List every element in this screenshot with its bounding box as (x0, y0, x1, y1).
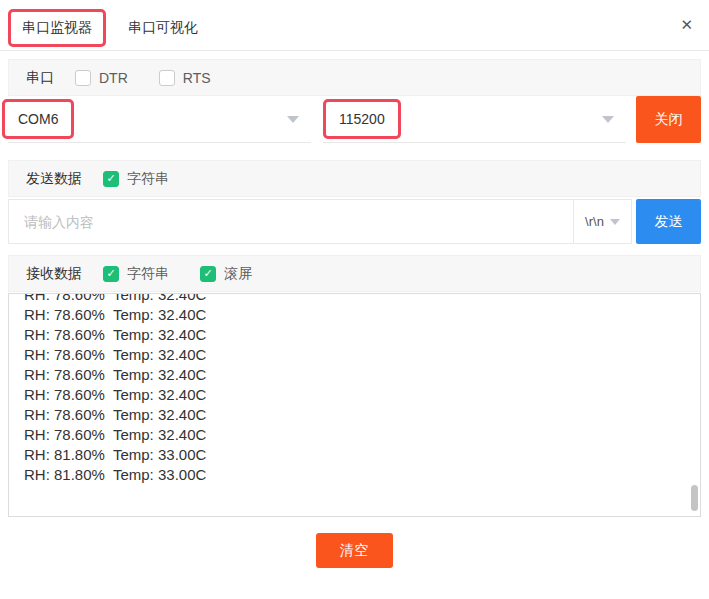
send-button[interactable]: 发送 (636, 199, 701, 244)
data-line: RH: 78.60% Temp: 32.40C (24, 293, 700, 305)
rts-checkbox[interactable]: RTS (159, 70, 211, 86)
data-line: RH: 81.80% Temp: 33.00C (24, 465, 700, 485)
data-line: RH: 78.60% Temp: 32.40C (24, 405, 700, 425)
checkbox-checked-icon[interactable]: ✓ (200, 266, 216, 282)
close-icon[interactable]: ✕ (680, 17, 693, 32)
line-ending-select[interactable]: \r\n (573, 200, 631, 243)
data-line: RH: 78.60% Temp: 32.40C (24, 345, 700, 365)
send-string-checkbox-label: 字符串 (127, 170, 169, 188)
receive-data-area[interactable]: RH: 78.60% Temp: 32.40C RH: 78.60% Temp:… (8, 293, 701, 517)
send-row: \r\n 发送 (8, 199, 701, 244)
close-port-button[interactable]: 关闭 (636, 96, 701, 143)
send-section-title: 发送数据 (26, 170, 82, 188)
baud-rate-value: 115200 (323, 99, 401, 139)
receive-section-header: 接收数据 ✓ 字符串 ✓ 滚屏 (8, 255, 701, 292)
port-select[interactable]: COM6 (8, 96, 311, 143)
scroll-checkbox-label: 滚屏 (224, 265, 252, 283)
tab-serial-monitor[interactable]: 串口监视器 (8, 9, 106, 47)
port-select-value: COM6 (2, 99, 74, 139)
chevron-down-icon (602, 116, 614, 123)
port-section-title: 串口 (26, 69, 54, 87)
send-input[interactable] (9, 200, 573, 243)
port-section-header: 串口 DTR RTS (8, 59, 701, 96)
data-line: RH: 78.60% Temp: 32.40C (24, 425, 700, 445)
tab-bar: 串口监视器 串口可视化 ✕ (0, 0, 709, 51)
receive-data-lines: RH: 78.60% Temp: 32.40C RH: 78.60% Temp:… (24, 293, 700, 485)
receive-string-checkbox[interactable]: ✓ 字符串 (103, 265, 169, 283)
checkbox-unchecked-icon[interactable] (75, 70, 91, 86)
rts-checkbox-label: RTS (183, 70, 211, 86)
data-line: RH: 78.60% Temp: 32.40C (24, 325, 700, 345)
data-line: RH: 81.80% Temp: 33.00C (24, 445, 700, 465)
checkbox-checked-icon[interactable]: ✓ (103, 171, 119, 187)
chevron-down-icon (610, 219, 620, 225)
data-line: RH: 78.60% Temp: 32.40C (24, 305, 700, 325)
baud-rate-select[interactable]: 115200 (323, 96, 626, 143)
send-section-header: 发送数据 ✓ 字符串 (8, 160, 701, 197)
data-line: RH: 78.60% Temp: 32.40C (24, 385, 700, 405)
scrollbar-thumb[interactable] (691, 485, 698, 511)
dtr-checkbox-label: DTR (99, 70, 128, 86)
port-config-row: COM6 115200 关闭 (8, 96, 701, 143)
data-line: RH: 78.60% Temp: 32.40C (24, 365, 700, 385)
line-ending-value: \r\n (585, 214, 604, 229)
chevron-down-icon (287, 116, 299, 123)
checkbox-checked-icon[interactable]: ✓ (103, 266, 119, 282)
tab-serial-visualization[interactable]: 串口可视化 (128, 19, 198, 37)
receive-string-checkbox-label: 字符串 (127, 265, 169, 283)
scroll-checkbox[interactable]: ✓ 滚屏 (200, 265, 252, 283)
receive-section-title: 接收数据 (26, 265, 82, 283)
send-string-checkbox[interactable]: ✓ 字符串 (103, 170, 169, 188)
send-input-wrap: \r\n (8, 199, 632, 244)
checkbox-unchecked-icon[interactable] (159, 70, 175, 86)
clear-button[interactable]: 清空 (316, 533, 393, 568)
footer: 清空 (0, 533, 709, 568)
dtr-checkbox[interactable]: DTR (75, 70, 128, 86)
